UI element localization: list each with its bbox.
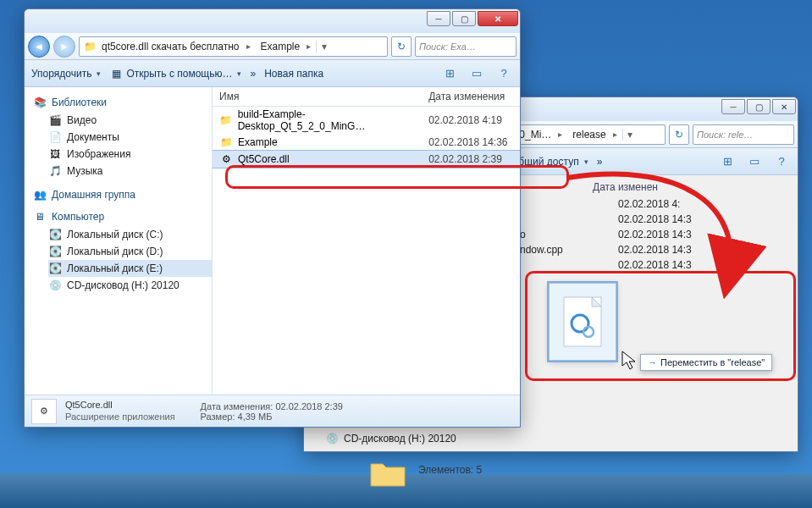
explorer-body: 📚Библиотеки 🎬Видео 📄Документы 🖼Изображен… [25,87,520,395]
drive-icon: 💽 [48,245,62,258]
open-with-button[interactable]: ▦Открыть с помощью… [109,67,241,80]
documents-icon: 📄 [48,130,62,144]
details-size-label: Размер: [201,411,235,422]
file-row[interactable]: le.exe02.02.2018 4: [491,196,692,212]
computer-icon: 🖥 [33,210,47,224]
sidebar-item-documents[interactable]: 📄Документы [48,129,212,146]
drag-tooltip: → Переместить в "release" [640,354,772,371]
file-name: Qt5Core.dll [238,153,290,165]
forward-button[interactable]: ► [53,36,75,58]
file-row[interactable]: 02.02.2018 14:3 [491,212,692,227]
new-folder-button[interactable]: Новая папка [264,68,323,80]
folder-icon: 📁 [219,135,233,149]
toolbar-label: Открыть с помощью… [126,68,232,80]
address-bar-front: ◄ ► 📁 qt5core.dll скачать бесплатно Exam… [25,33,520,60]
preview-pane-button[interactable]: ▭ [467,64,486,83]
breadcrumb-front[interactable]: 📁 qt5core.dll скачать бесплатно Example … [79,36,388,57]
drag-ghost-file [549,283,616,361]
sidebar-item-drive-e[interactable]: 💽Локальный диск (E:) [48,260,212,277]
tooltip-text: Переместить в "release" [660,357,765,367]
file-row-selected[interactable]: ⚙Qt5Core.dll 02.02.2018 2:39 [213,151,520,168]
file-list-back: Дата изменен le.exe02.02.2018 4: 02.02.2… [491,178,692,273]
details-pane: ⚙ Qt5Core.dll Расширение приложения Дата… [25,395,520,427]
sidebar-item-video[interactable]: 🎬Видео [48,112,212,129]
breadcrumb-seg[interactable]: qt5core.dll скачать бесплатно [97,41,256,52]
file-row[interactable]: 📁build-Example-Desktop_Qt_5_2_0_MinG… 02… [213,107,520,134]
column-headers: Имя Дата изменения [213,87,520,107]
file-date: 02.02.2018 4:19 [428,114,520,126]
toolbar-more[interactable]: » [250,68,256,80]
cd-drive-icon: 💿 [48,279,62,292]
search-input-front[interactable]: Поиск: Exa… [415,36,516,57]
maximize-button[interactable]: ▢ [452,11,476,26]
titlebar-front: ─ ▢ ✕ [25,9,520,33]
sidebar-item-cd-drive[interactable]: 💿CD-дисковод (H:) 20120 [48,277,212,294]
explorer-window-front: ─ ▢ ✕ ◄ ► 📁 qt5core.dll скачать бесплатн… [24,8,521,428]
file-name: Example [238,136,278,148]
dll-large-icon: ⚙ [31,399,57,424]
elements-count-label: Элементов: 5 [418,464,482,476]
refresh-button[interactable]: ↻ [669,124,689,145]
details-date-value: 02.02.2018 2:39 [275,401,343,411]
close-button[interactable]: ✕ [772,99,796,114]
dll-drag-icon [563,296,602,347]
sidebar-homegroup[interactable]: 👥Домашняя группа [33,188,212,202]
share-button[interactable]: Общий доступ [511,156,588,168]
breadcrumb-back[interactable]: 2_0_Mi… release ▾ [502,124,666,145]
toolbar-front: Упорядочить ▦Открыть с помощью… » Новая … [25,60,520,87]
breadcrumb-seg[interactable]: release [567,129,621,141]
file-name: build-Example-Desktop_Qt_5_2_0_MinG… [238,108,429,132]
file-list-front: Имя Дата изменения 📁build-Example-Deskto… [213,87,520,395]
music-icon: 🎵 [48,164,62,178]
toolbar-label: Общий доступ [511,156,579,168]
view-icons-button[interactable]: ⊞ [718,152,737,171]
close-button[interactable]: ✕ [478,11,518,26]
toolbar-more[interactable]: » [597,156,603,168]
view-icons-button[interactable]: ⊞ [440,64,459,83]
details-filename: Qt5Core.dll [65,400,175,411]
maximize-button[interactable]: ▢ [747,99,771,114]
help-button[interactable]: ? [494,64,513,83]
file-date: 02.02.2018 14:36 [428,136,520,148]
file-row[interactable]: 02.02.2018 14:3 [491,257,692,273]
sidebar-item-pictures[interactable]: 🖼Изображения [48,146,212,163]
sidebar-item-cd-drive-back[interactable]: 💿 CD-дисковод (H:) 20120 [325,432,456,445]
back-button[interactable]: ◄ [28,36,50,58]
details-type: Расширение приложения [65,411,175,422]
homegroup-icon: 👥 [33,188,47,202]
toolbar-label: Упорядочить [31,68,91,80]
sidebar-item-drive-c[interactable]: 💽Локальный диск (C:) [48,226,212,243]
sidebar-libraries[interactable]: 📚Библиотеки [33,96,212,109]
cd-drive-icon: 💿 [325,432,339,445]
dll-icon: ⚙ [219,152,233,166]
sidebar-item-music[interactable]: 🎵Музыка [48,163,212,179]
app-icon: ▦ [109,67,123,80]
refresh-button[interactable]: ↻ [391,36,412,57]
column-header-date[interactable]: Дата изменен [593,181,658,193]
pictures-icon: 🖼 [48,147,62,161]
file-row[interactable]: indow.o02.02.2018 14:3 [491,227,692,242]
sidebar-front: 📚Библиотеки 🎬Видео 📄Документы 🖼Изображен… [25,87,213,395]
organize-button[interactable]: Упорядочить [31,68,101,80]
file-row[interactable]: 📁Example 02.02.2018 14:36 [213,134,520,151]
file-date: 02.02.2018 2:39 [428,153,520,165]
column-header-date[interactable]: Дата изменения [428,91,520,102]
move-arrow-icon: → [648,357,657,367]
search-input-back[interactable]: Поиск: rele… [693,124,794,145]
column-header-name[interactable]: Имя [213,91,428,102]
drive-icon: 💽 [48,228,62,241]
breadcrumb-seg[interactable]: Example [256,41,317,52]
libraries-icon: 📚 [33,96,47,109]
minimize-button[interactable]: ─ [427,11,450,26]
folder-icon: 📁 [83,40,97,53]
preview-pane-button[interactable]: ▭ [745,152,764,171]
file-row[interactable]: nainwindow.cpp02.02.2018 14:3 [491,242,692,257]
breadcrumb-dropdown[interactable]: ▾ [622,129,638,141]
sidebar-item-drive-d[interactable]: 💽Локальный диск (D:) [48,243,212,260]
video-icon: 🎬 [48,113,62,127]
minimize-button[interactable]: ─ [721,99,745,114]
details-size-value: 4,39 МБ [238,411,273,422]
sidebar-computer[interactable]: 🖥Компьютер [33,210,212,224]
help-button[interactable]: ? [772,152,791,171]
breadcrumb-dropdown[interactable]: ▾ [316,41,331,52]
